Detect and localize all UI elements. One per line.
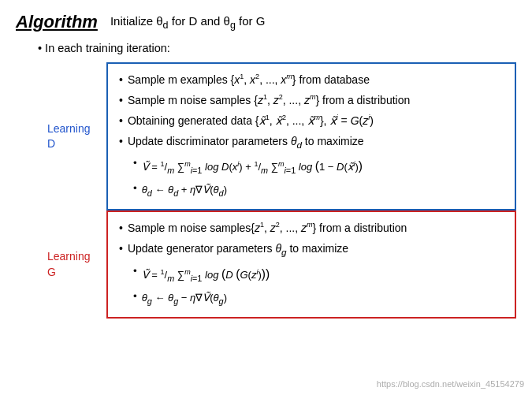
d-bullet-2: • Sample m noise samples {z1, z2, ..., z…	[119, 92, 504, 109]
g-sub-bullet-icon-2: •	[133, 289, 137, 304]
learning-g-label: LearningG	[47, 211, 106, 318]
g-subbullet-2: • θg ← θg − η∇Ṽ(θg)	[133, 289, 504, 309]
g-subbullet-1: • Ṽ = 1/m ∑mi=1 log (D (G(zi)))	[133, 263, 504, 286]
d-subbullet-1: • Ṽ = 1/m ∑mi=1 log D(xi) + 1/m ∑mi=1 lo…	[133, 155, 504, 178]
g-bullet-2-text: Update generator parameters θg to maximi…	[128, 240, 504, 259]
g-formula-2: θg ← θg − η∇Ṽ(θg)	[142, 289, 227, 309]
bullet-icon-2: •	[119, 92, 123, 109]
g-bullet-1: • Sample m noise samples{z1, z2, ..., zm…	[119, 220, 504, 237]
d-bullet-3: • Obtaining generated data {x̃1, x̃2, ..…	[119, 113, 504, 129]
learning-g-text: LearningG	[47, 249, 91, 280]
outer-content: In each training iteration: LearningD • …	[24, 42, 516, 319]
d-formula-2: θd ← θd + η∇Ṽ(θd)	[142, 181, 227, 201]
g-bullet-1-text: Sample m noise samples{z1, z2, ..., zm} …	[128, 220, 504, 237]
d-bullet-1: • Sample m examples {x1, x2, ..., xm} fr…	[119, 72, 504, 88]
d-bullet-2-text: Sample m noise samples {z1, z2, ..., zm}…	[128, 92, 504, 109]
g-bullet-2: • Update generator parameters θg to maxi…	[119, 240, 504, 259]
d-formula-1: Ṽ = 1/m ∑mi=1 log D(xi) + 1/m ∑mi=1 log …	[142, 155, 363, 178]
learning-g-section: LearningG • Sample m noise samples{z1, z…	[47, 211, 516, 318]
main-bullet: In each training iteration:	[38, 42, 516, 54]
g-formula-1: Ṽ = 1/m ∑mi=1 log (D (G(zi)))	[142, 263, 270, 286]
sub-bullet-icon-1: •	[133, 155, 137, 171]
bullet-icon-1: •	[119, 72, 123, 88]
d-bullet-3-text: Obtaining generated data {x̃1, x̃2, ...,…	[128, 113, 504, 129]
g-bullet-icon-2: •	[119, 240, 123, 257]
bullet-icon-3: •	[119, 113, 123, 129]
bullet-icon-4: •	[119, 133, 123, 150]
watermark: https://blog.csdn.net/weixin_45154279	[377, 379, 524, 389]
algorithm-header: Algorithm Initialize θd for D and θg for…	[16, 12, 516, 32]
sub-bullet-icon-2: •	[133, 181, 137, 196]
d-bullet-4-text: Update discriminator parameters θd to ma…	[128, 133, 504, 151]
g-bullet-icon-1: •	[119, 220, 123, 237]
g-sub-bullet-icon-1: •	[133, 263, 137, 279]
d-bullet-4: • Update discriminator parameters θd to …	[119, 133, 504, 151]
boxes-wrapper: LearningD • Sample m examples {x1, x2, .…	[47, 62, 516, 319]
learning-d-label: LearningD	[47, 62, 106, 211]
header-description: Initialize θd for D and θg for G	[110, 14, 266, 31]
d-bullet-1-text: Sample m examples {x1, x2, ..., xm} from…	[128, 72, 504, 88]
algorithm-title: Algorithm	[16, 12, 98, 32]
learning-d-section: LearningD • Sample m examples {x1, x2, .…	[47, 62, 516, 211]
learning-g-box: • Sample m noise samples{z1, z2, ..., zm…	[106, 211, 516, 318]
d-subbullet-2: • θd ← θd + η∇Ṽ(θd)	[133, 181, 504, 201]
learning-d-box: • Sample m examples {x1, x2, ..., xm} fr…	[106, 62, 516, 211]
learning-d-text: LearningD	[47, 121, 91, 152]
